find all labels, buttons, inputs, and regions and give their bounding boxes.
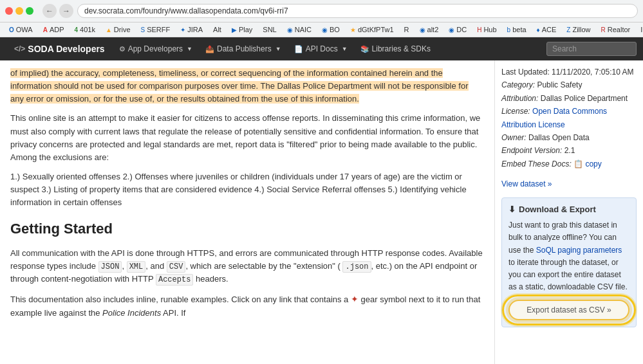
bookmark-ace[interactable]: ♦ ACE — [533, 24, 561, 35]
api-docs-dropdown-arrow: ▼ — [342, 46, 348, 52]
getting-started-p1: All communication with the API is done t… — [10, 247, 484, 286]
endpoint-row: Endpoint Version: 2.1 — [501, 144, 637, 157]
endpoint-value: 2.1 — [564, 146, 575, 155]
attribution-value: Dallas Police Department — [541, 94, 628, 103]
bookmark-realtor[interactable]: R Realtor — [597, 24, 635, 35]
dataset-metadata: Last Updated: 11/11/2020, 7:05:10 AM Cat… — [501, 66, 637, 170]
brand-logo[interactable]: </> SODA Developers — [6, 44, 113, 54]
nav-data-publishers[interactable]: 📤 Data Publishers ▼ — [199, 37, 288, 60]
endpoint-label: Endpoint Version: — [501, 146, 562, 155]
intro-paragraph-1: of implied) the accuracy, completeness, … — [10, 67, 484, 105]
csv-code: CSV — [167, 261, 186, 273]
category-value: Public Safety — [537, 80, 582, 89]
category-row: Category: Public Safety — [501, 78, 637, 91]
gear-symbol: ✦ — [351, 294, 359, 304]
owner-value: Dallas Open Data — [528, 133, 590, 142]
top-navigation: </> SODA Developers ⚙ App Developers ▼ 📤… — [0, 37, 643, 60]
maximize-window-btn[interactable] — [26, 7, 33, 15]
download-description: Just want to grab this dataset in bulk t… — [508, 219, 629, 293]
libraries-icon: 📚 — [360, 45, 369, 53]
bookmark-bo[interactable]: ◉ BO — [318, 24, 344, 35]
json-code: JSON — [98, 261, 122, 273]
bookmark-alt2[interactable]: ◉ alt2 — [416, 24, 443, 35]
getting-started-p2: This documentation also includes inline,… — [10, 293, 484, 320]
right-sidebar: Last Updated: 11/11/2020, 7:05:10 AM Cat… — [495, 60, 643, 364]
nav-app-developers[interactable]: ⚙ App Developers ▼ — [113, 37, 199, 60]
bookmark-snl[interactable]: SNL — [259, 24, 280, 35]
app-developers-dropdown-arrow: ▼ — [187, 46, 192, 52]
owner-row: Owner: Dallas Open Data — [501, 131, 637, 144]
embed-row: Embed These Docs: 📋 copy — [501, 158, 637, 170]
bookmark-play[interactable]: ▶ Play — [228, 24, 256, 35]
bookmark-dgtk[interactable]: ★ dGtKfPTw1 — [346, 24, 398, 35]
minimize-window-btn[interactable] — [15, 7, 23, 15]
bookmark-beta[interactable]: b beta — [503, 24, 530, 35]
accepts-code: Accepts — [156, 274, 193, 286]
api-name-reference: Police Incidents — [102, 308, 161, 318]
app-developers-icon: ⚙ — [119, 45, 126, 53]
getting-started-heading: Getting Started — [10, 218, 484, 240]
code-icon: </> — [14, 44, 25, 53]
bookmark-drive[interactable]: ▲ Drive — [102, 24, 135, 35]
last-updated: Last Updated: 11/11/2020, 7:05:10 AM — [501, 66, 637, 78]
license-row: License: Open Data Commons Attribution L… — [501, 105, 637, 131]
intro-paragraph-2: This online site is an attempt to make i… — [10, 112, 484, 164]
bookmark-hub[interactable]: H Hub — [473, 24, 500, 35]
bookmark-jira[interactable]: ✦ JIRA — [176, 24, 207, 35]
api-docs-icon: 📄 — [294, 45, 303, 53]
data-publishers-icon: 📤 — [205, 45, 214, 53]
download-icon: ⬇ — [508, 205, 516, 214]
ext-code: .json — [342, 261, 371, 273]
bookmark-irn[interactable]: IRN — [637, 24, 643, 35]
url-bar[interactable]: dev.socrata.com/foundry/www.dallasopenda… — [77, 4, 638, 18]
forward-button[interactable]: → — [59, 4, 73, 18]
download-header: ⬇ Download & Export — [508, 205, 629, 214]
owner-label: Owner: — [501, 133, 527, 142]
brand-name: SODA Developers — [28, 44, 104, 54]
bookmark-zillow[interactable]: Z Zillow — [563, 24, 594, 35]
download-export-section: ⬇ Download & Export Just want to grab th… — [501, 197, 637, 327]
browser-chrome: ← → dev.socrata.com/foundry/www.dallasop… — [0, 0, 643, 23]
embed-label: Embed These Docs: — [501, 159, 572, 168]
bookmark-adp[interactable]: A ADP — [39, 24, 68, 35]
bookmark-owa[interactable]: O OWA — [5, 24, 37, 35]
bookmark-serff[interactable]: S SERFF — [137, 24, 174, 35]
nav-libraries-sdks[interactable]: 📚 Libraries & SDKs — [354, 37, 437, 60]
bookmark-alt[interactable]: Alt — [209, 24, 225, 35]
soql-paging-link[interactable]: SoQL paging parameters — [536, 246, 622, 255]
main-layout: of implied) the accuracy, completeness, … — [0, 60, 643, 364]
category-label: Category: — [501, 80, 535, 89]
bookmark-401k[interactable]: 4 401k — [71, 24, 99, 35]
license-label: License: — [501, 107, 530, 116]
bookmarks-bar: O OWA A ADP 4 401k ▲ Drive S SERFF ✦ JIR… — [0, 23, 643, 37]
exclusions-list: 1.) Sexually oriented offenses 2.) Offen… — [10, 170, 484, 209]
data-publishers-dropdown-arrow: ▼ — [275, 46, 281, 52]
bookmark-r[interactable]: R — [400, 24, 413, 35]
browser-nav-buttons: ← → — [42, 4, 73, 18]
back-button[interactable]: ← — [42, 4, 57, 18]
close-window-btn[interactable] — [5, 7, 13, 15]
content-area: of implied) the accuracy, completeness, … — [0, 60, 495, 364]
attribution-label: Attribution: — [501, 94, 538, 103]
xml-code: XML — [127, 261, 146, 273]
attribution-row: Attribution: Dallas Police Department — [501, 92, 637, 105]
view-dataset-link[interactable]: View dataset » — [501, 179, 637, 188]
export-csv-button[interactable]: Export dataset as CSV » — [508, 300, 629, 320]
highlighted-text-1: of implied) the accuracy, completeness, … — [10, 68, 469, 104]
nav-search-input[interactable] — [546, 42, 637, 56]
export-button-wrapper: Export dataset as CSV » — [508, 300, 629, 320]
embed-icon: 📋 — [573, 159, 585, 168]
bookmark-naic[interactable]: ◉ NAIC — [283, 24, 315, 35]
nav-api-docs[interactable]: 📄 API Docs ▼ — [288, 37, 354, 60]
bookmark-dc[interactable]: ◉ DC — [445, 24, 471, 35]
embed-copy-link[interactable]: copy — [585, 159, 601, 168]
browser-window-controls — [5, 7, 33, 15]
